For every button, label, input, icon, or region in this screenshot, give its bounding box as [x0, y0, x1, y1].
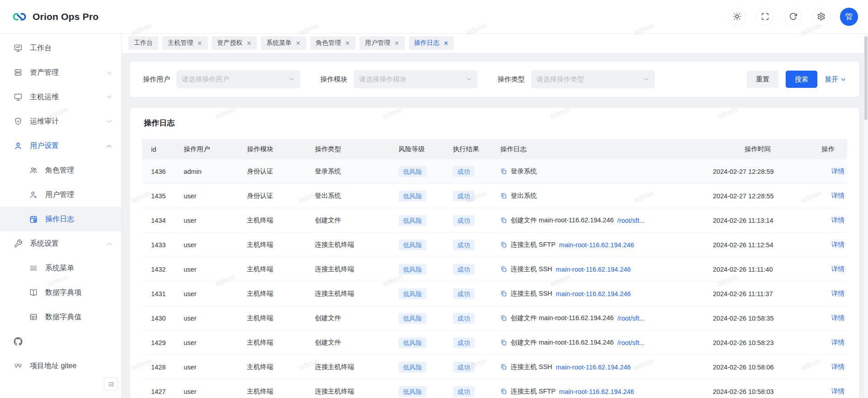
log-text: 连接主机 SFTP: [511, 387, 555, 396]
tab-资产授权[interactable]: 资产授权✕: [212, 36, 257, 50]
copy-icon[interactable]: [500, 290, 507, 297]
log-link[interactable]: main-root-116.62.194.246: [559, 241, 634, 249]
detail-link[interactable]: 详情: [831, 314, 844, 321]
tab-主机管理[interactable]: 主机管理✕: [162, 36, 208, 50]
main-area: 工作台主机管理✕资产授权✕系统菜单✕角色管理✕用户管理✕操作日志✕ 操作用户请选…: [121, 33, 868, 398]
cell-module: 主机终端: [242, 233, 309, 257]
cell-log: 连接主机 SFTP main-root-116.62.194.246: [495, 233, 707, 257]
copy-icon[interactable]: [500, 192, 507, 199]
scrollbar-thumb[interactable]: [864, 36, 868, 120]
cell-risk: 低风险: [393, 282, 447, 306]
cell-risk: 低风险: [393, 331, 447, 355]
sidebar-item-资产管理[interactable]: 资产管理: [0, 60, 121, 85]
cell-type: 连接主机终端: [309, 233, 393, 257]
filter-select-操作类型[interactable]: 请选择操作类型: [531, 70, 655, 88]
tab-close-icon[interactable]: ✕: [247, 40, 251, 46]
column-header-result: 执行结果: [447, 139, 495, 159]
result-badge: 成功: [453, 337, 474, 348]
cell-action: 详情: [816, 184, 847, 208]
sidebar-item-项目地址 github[interactable]: 项目地址 github: [0, 329, 121, 354]
filter-select-操作用户[interactable]: 请选择操作用户: [176, 70, 300, 88]
cell-type: 连接主机终端: [309, 355, 393, 379]
log-link[interactable]: /root/sft...: [617, 217, 645, 224]
cell-type: 连接主机终端: [309, 379, 393, 398]
table-row: 1428user主机终端连接主机终端低风险成功连接主机 SSH main-roo…: [142, 355, 847, 379]
sidebar-item-数据字典值[interactable]: 数据字典值: [0, 305, 121, 329]
copy-icon[interactable]: [500, 241, 507, 248]
risk-badge: 低风险: [398, 240, 427, 250]
detail-link[interactable]: 详情: [831, 168, 844, 175]
result-badge: 成功: [453, 288, 474, 299]
copy-icon[interactable]: [500, 168, 507, 175]
detail-link[interactable]: 详情: [831, 363, 844, 370]
sidebar-item-工作台[interactable]: 工作台: [0, 36, 121, 60]
copy-icon[interactable]: [500, 339, 507, 346]
content-area: 操作用户请选择操作用户操作模块请选择操作模块操作类型请选择操作类型 重置 搜索 …: [121, 53, 868, 398]
log-link[interactable]: main-root-116.62.194.246: [556, 364, 631, 371]
reset-button[interactable]: 重置: [747, 71, 778, 88]
sidebar-item-系统菜单[interactable]: 系统菜单: [0, 256, 121, 280]
cell-module: 主机终端: [242, 208, 309, 233]
copy-icon[interactable]: [500, 388, 507, 395]
sidebar-item-数据字典项[interactable]: 数据字典项: [0, 280, 121, 305]
table-row: 1432user主机终端连接主机终端低风险成功连接主机 SSH main-roo…: [142, 257, 847, 282]
theme-icon[interactable]: [728, 8, 746, 26]
log-text: 连接主机 SSH: [511, 265, 552, 273]
sidebar-item-运维审计[interactable]: 运维审计: [0, 109, 121, 134]
tab-close-icon[interactable]: ✕: [197, 40, 202, 46]
detail-link[interactable]: 详情: [831, 241, 844, 248]
sidebar-item-操作日志[interactable]: 操作日志: [0, 207, 121, 231]
cell-action: 详情: [816, 159, 847, 184]
cell-action: 详情: [816, 233, 847, 257]
log-link[interactable]: main-root-116.62.194.246: [559, 388, 634, 395]
detail-link[interactable]: 详情: [831, 265, 844, 273]
detail-link[interactable]: 详情: [831, 388, 844, 395]
sidebar-item-用户设置[interactable]: 用户设置: [0, 134, 121, 158]
tab-系统菜单[interactable]: 系统菜单✕: [261, 36, 306, 50]
copy-icon[interactable]: [500, 217, 507, 224]
sidebar-item-项目地址 gitee[interactable]: 项目地址 gitee: [0, 354, 121, 378]
sidebar-menu: 工作台资产管理主机运维运维审计用户设置角色管理用户管理操作日志系统设置系统菜单数…: [0, 33, 121, 378]
tab-用户管理[interactable]: 用户管理✕: [360, 36, 405, 50]
risk-badge: 低风险: [398, 215, 427, 226]
settings-icon[interactable]: [812, 8, 830, 26]
tab-close-icon[interactable]: ✕: [345, 40, 350, 46]
sidebar-item-label: 用户管理: [45, 190, 74, 200]
tab-close-icon[interactable]: ✕: [296, 40, 301, 46]
copy-icon[interactable]: [500, 266, 507, 273]
search-button[interactable]: 搜索: [786, 71, 817, 88]
user-avatar[interactable]: 管: [840, 8, 858, 26]
detail-link[interactable]: 详情: [831, 216, 844, 224]
tab-工作台[interactable]: 工作台: [128, 36, 158, 50]
log-link[interactable]: /root/sft...: [617, 339, 645, 346]
fullscreen-icon[interactable]: [756, 8, 774, 26]
cell-risk: 低风险: [393, 208, 447, 233]
result-badge: 成功: [453, 313, 474, 324]
tab-close-icon[interactable]: ✕: [444, 40, 449, 46]
chevron-down-icon: [643, 76, 650, 82]
tab-操作日志[interactable]: 操作日志✕: [409, 36, 454, 50]
tab-label: 主机管理: [168, 39, 193, 47]
copy-icon[interactable]: [500, 364, 507, 370]
sidebar-item-用户管理[interactable]: 用户管理: [0, 182, 121, 207]
expand-toggle[interactable]: 展开: [825, 75, 846, 84]
copy-icon[interactable]: [500, 315, 507, 321]
log-link[interactable]: main-root-116.62.194.246: [556, 290, 631, 297]
cell-action: 详情: [816, 306, 847, 331]
detail-link[interactable]: 详情: [831, 290, 844, 297]
detail-link[interactable]: 详情: [831, 339, 844, 346]
log-link[interactable]: /root/sft...: [617, 315, 645, 322]
tab-close-icon[interactable]: ✕: [394, 40, 399, 46]
sidebar-item-角色管理[interactable]: 角色管理: [0, 158, 121, 182]
detail-link[interactable]: 详情: [831, 192, 844, 199]
sidebar-collapse-button[interactable]: [104, 377, 118, 391]
cell-time: 2024-02-27 12:28:55: [707, 184, 816, 208]
refresh-icon[interactable]: [784, 8, 802, 26]
cell-module: 主机终端: [242, 355, 309, 379]
sidebar-item-label: 数据字典项: [45, 288, 81, 297]
filter-select-操作模块[interactable]: 请选择操作模块: [354, 70, 478, 88]
sidebar-item-主机运维[interactable]: 主机运维: [0, 85, 121, 109]
log-link[interactable]: main-root-116.62.194.246: [556, 266, 631, 273]
sidebar-item-系统设置[interactable]: 系统设置: [0, 231, 121, 256]
tab-角色管理[interactable]: 角色管理✕: [310, 36, 356, 50]
